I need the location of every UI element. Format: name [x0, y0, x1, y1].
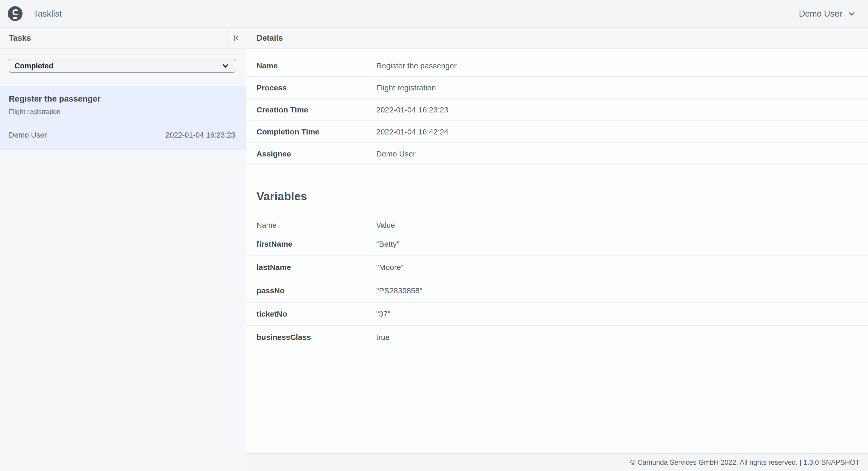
copyright-text: © Camunda Services GmbH 2022. All rights… [630, 459, 860, 467]
variable-value: "Betty" [376, 240, 400, 248]
header-left: C Tasklist [8, 6, 62, 21]
details-row-assignee: Assignee Demo User [246, 143, 868, 165]
details-panel-header: Details [246, 28, 868, 49]
field-label: Name [256, 61, 376, 70]
details-panel: Details Name Register the passenger Proc… [246, 28, 868, 471]
variables-table: Name Value firstName "Betty" lastName "M… [246, 218, 868, 349]
task-filter-selected-value: Completed [14, 62, 53, 70]
tasks-panel-title: Tasks [0, 33, 31, 43]
variable-row-businessClass: businessClass true [246, 326, 868, 349]
details-row-process: Process Flight registration [246, 77, 868, 99]
variable-row-passNo: passNo "PS2839858" [246, 279, 868, 303]
field-value: Register the passenger [376, 61, 457, 70]
task-meta: Demo User 2022-01-04 16:23:23 [9, 131, 235, 139]
field-value: 2022-01-04 16:23:23 [376, 105, 448, 114]
user-menu[interactable]: Demo User [799, 9, 856, 19]
app-header: C Tasklist Demo User [0, 0, 868, 28]
variable-name: firstName [256, 240, 376, 248]
chevron-down-icon [847, 9, 856, 18]
details-row-creation-time: Creation Time 2022-01-04 16:23:23 [246, 99, 868, 121]
variable-value: true [376, 333, 390, 342]
field-label: Creation Time [256, 105, 376, 114]
details-table: Name Register the passenger Process Flig… [246, 55, 868, 165]
field-label: Assignee [256, 150, 376, 158]
task-creation-time: 2022-01-04 16:23:23 [165, 131, 235, 139]
variables-section-title: Variables [256, 190, 868, 203]
variable-row-firstName: firstName "Betty" [246, 233, 868, 256]
details-panel-title: Details [246, 33, 283, 43]
variable-value: "PS2839858" [376, 286, 422, 295]
app-footer: © Camunda Services GmbH 2022. All rights… [246, 453, 868, 471]
variable-row-lastName: lastName "Moore" [246, 256, 868, 279]
variables-table-header: Name Value [246, 218, 868, 233]
app-title: Tasklist [33, 9, 62, 19]
variables-column-value: Value [376, 221, 395, 229]
task-assignee: Demo User [9, 131, 47, 139]
task-filter-select[interactable]: Completed [9, 59, 235, 73]
field-value: Demo User [376, 150, 415, 158]
tasks-panel-header: Tasks [0, 28, 246, 49]
tasks-panel-actions [227, 28, 246, 49]
details-content: Name Register the passenger Process Flig… [246, 49, 868, 453]
tasklist-app: C Tasklist Demo User Tasks [0, 0, 868, 471]
user-name: Demo User [799, 9, 842, 19]
variable-name: businessClass [256, 333, 376, 342]
collapse-panel-button[interactable] [227, 28, 246, 49]
task-name: Register the passenger [9, 94, 235, 104]
variable-name: passNo [256, 286, 376, 295]
details-row-completion-time: Completion Time 2022-01-04 16:42:24 [246, 121, 868, 143]
tasks-panel: Tasks Completed [0, 28, 246, 471]
details-row-name: Name Register the passenger [246, 55, 868, 77]
camunda-logo-icon[interactable]: C [8, 6, 23, 21]
chevron-down-icon [222, 62, 229, 69]
variable-name: ticketNo [256, 310, 376, 318]
task-filter-row: Completed [0, 49, 246, 73]
variable-value: "Moore" [376, 263, 404, 272]
main-layout: Tasks Completed [0, 28, 868, 471]
variable-name: lastName [256, 263, 376, 272]
variable-value: "37" [376, 310, 391, 318]
task-process: Flight registration [9, 108, 235, 116]
logo-letter: C [12, 8, 18, 16]
variables-column-name: Name [256, 221, 376, 229]
logo-underline [13, 18, 18, 19]
field-value: Flight registration [376, 84, 436, 92]
field-label: Completion Time [256, 127, 376, 136]
field-value: 2022-01-04 16:42:24 [376, 127, 448, 136]
collapse-left-icon [232, 34, 241, 42]
variable-row-ticketNo: ticketNo "37" [246, 303, 868, 326]
task-list-item[interactable]: Register the passenger Flight registrati… [0, 86, 246, 150]
field-label: Process [256, 84, 376, 92]
